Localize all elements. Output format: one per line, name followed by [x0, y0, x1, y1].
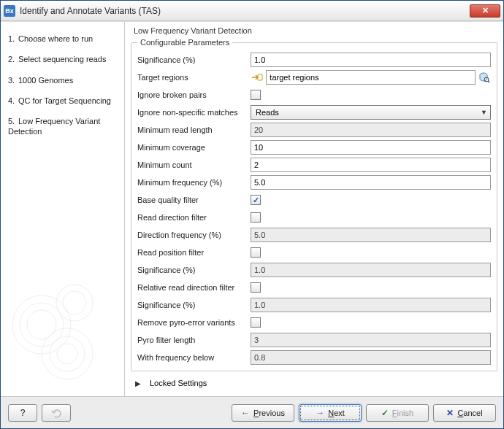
- wizard-step-label: 1000 Genomes: [18, 76, 73, 85]
- cancel-button[interactable]: ✕ Cancel: [433, 404, 496, 422]
- previous-button[interactable]: ← Previous: [232, 404, 294, 422]
- wizard-steps-sidebar: 1.Choose where to run 2.Select sequencin…: [1, 22, 125, 396]
- label-min-count: Minimum count: [137, 161, 251, 169]
- label-pyro-filter-length: Pyro filter length: [137, 336, 251, 344]
- label-read-position-filter: Read position filter: [137, 248, 251, 257]
- checkbox-base-quality-filter[interactable]: ✓: [251, 195, 261, 205]
- button-label: Finish: [392, 409, 413, 417]
- wizard-step-label: QC for Target Sequencing: [18, 96, 111, 105]
- label-min-coverage: Minimum coverage: [137, 143, 251, 152]
- label-with-frequency-below: With frequency below: [137, 353, 251, 362]
- decorative-swirl: [5, 266, 115, 390]
- drop-target-icon[interactable]: [251, 71, 263, 84]
- label-significance: Significance (%): [137, 55, 251, 64]
- chevron-down-icon: ▼: [481, 109, 487, 116]
- window-title: Identify and Annotate Variants (TAS): [20, 6, 470, 16]
- input-pyro-filter-length: [251, 333, 491, 347]
- input-min-frequency[interactable]: [251, 175, 491, 190]
- check-icon: ✓: [381, 408, 389, 418]
- wizard-step[interactable]: 5.Low Frequency Variant Detection: [8, 116, 120, 137]
- select-value: Reads: [256, 108, 279, 117]
- label-base-quality-filter: Base quality filter: [137, 196, 251, 204]
- select-ignore-nonspecific[interactable]: Reads ▼: [251, 105, 491, 120]
- svg-point-2: [27, 310, 56, 339]
- close-button[interactable]: ✕: [470, 4, 500, 18]
- svg-point-1: [20, 303, 64, 347]
- svg-line-11: [488, 81, 489, 82]
- label-target-regions: Target regions: [137, 73, 251, 82]
- next-button[interactable]: → Next: [299, 404, 362, 422]
- svg-point-4: [63, 291, 86, 314]
- x-icon: ✕: [446, 408, 454, 418]
- dialog-window: Bx Identify and Annotate Variants (TAS) …: [0, 0, 504, 429]
- label-significance-3: Significance (%): [137, 301, 251, 309]
- label-min-read-length: Minimum read length: [137, 125, 251, 134]
- wizard-step[interactable]: 3.1000 Genomes: [8, 75, 120, 85]
- svg-point-5: [42, 328, 93, 379]
- dialog-body: 1.Choose where to run 2.Select sequencin…: [1, 21, 503, 396]
- wizard-step-label: Select sequencing reads: [18, 55, 106, 63]
- configurable-parameters-group: Configurable Parameters Significance (%)…: [131, 38, 497, 371]
- input-with-frequency-below: [251, 350, 491, 365]
- input-direction-frequency: [251, 228, 491, 242]
- help-icon: ?: [20, 408, 26, 418]
- checkbox-read-position-filter[interactable]: [251, 247, 261, 258]
- arrow-left-icon: ←: [241, 408, 250, 418]
- close-icon: ✕: [482, 6, 489, 15]
- wizard-step[interactable]: 1.Choose where to run: [8, 34, 120, 44]
- input-target-regions[interactable]: [266, 70, 475, 85]
- checkbox-relative-read-direction-filter[interactable]: [251, 282, 261, 293]
- label-direction-frequency: Direction frequency (%): [137, 231, 251, 239]
- label-read-direction-filter: Read direction filter: [137, 213, 251, 222]
- button-label: Next: [328, 409, 345, 417]
- main-panel: Low Frequency Variant Detection Configur…: [125, 22, 503, 396]
- button-label: Cancel: [457, 409, 482, 417]
- svg-point-6: [50, 336, 85, 371]
- input-min-coverage[interactable]: [251, 140, 491, 155]
- label-remove-pyro-error: Remove pyro-error variants: [137, 318, 251, 327]
- svg-point-0: [12, 295, 71, 354]
- titlebar: Bx Identify and Annotate Variants (TAS) …: [1, 1, 503, 21]
- input-significance[interactable]: [251, 53, 491, 67]
- wizard-step[interactable]: 4.QC for Target Sequencing: [8, 96, 120, 106]
- wizard-step[interactable]: 2.Select sequencing reads: [8, 54, 120, 64]
- svg-point-3: [56, 285, 93, 321]
- triangle-right-icon: ▶: [135, 379, 141, 387]
- input-min-read-length: [251, 123, 491, 137]
- app-icon: Bx: [4, 5, 15, 17]
- locked-settings-label: Locked Settings: [150, 379, 207, 387]
- section-title: Low Frequency Variant Detection: [131, 25, 497, 38]
- wizard-step-label: Choose where to run: [18, 34, 93, 43]
- input-significance-3: [251, 298, 491, 312]
- label-significance-2: Significance (%): [137, 266, 251, 274]
- checkbox-remove-pyro-error[interactable]: [251, 317, 261, 328]
- undo-icon: [50, 408, 62, 418]
- label-relative-read-direction-filter: Relative read direction filter: [137, 283, 251, 292]
- arrow-right-icon: →: [316, 408, 324, 418]
- input-significance-2: [251, 263, 491, 277]
- group-legend: Configurable Parameters: [137, 38, 232, 47]
- help-button[interactable]: ?: [8, 404, 37, 422]
- wizard-step-label: Low Frequency Variant Detection: [8, 117, 100, 136]
- reset-button[interactable]: [42, 404, 71, 422]
- input-min-count[interactable]: [251, 158, 491, 172]
- label-ignore-nonspecific: Ignore non-specific matches: [137, 108, 251, 117]
- checkbox-read-direction-filter[interactable]: [251, 212, 261, 223]
- checkbox-ignore-broken-pairs[interactable]: [251, 90, 261, 100]
- svg-point-7: [57, 344, 77, 364]
- finish-button[interactable]: ✓ Finish: [366, 404, 429, 422]
- browse-icon[interactable]: [478, 71, 491, 84]
- label-min-frequency: Minimum frequency (%): [137, 178, 251, 187]
- footer-button-bar: ? ← Previous → Next ✓ Finish ✕ Cancel: [1, 396, 503, 428]
- label-ignore-broken-pairs: Ignore broken pairs: [137, 90, 251, 99]
- button-label: Previous: [253, 409, 285, 417]
- locked-settings-toggle[interactable]: ▶ Locked Settings: [131, 371, 497, 389]
